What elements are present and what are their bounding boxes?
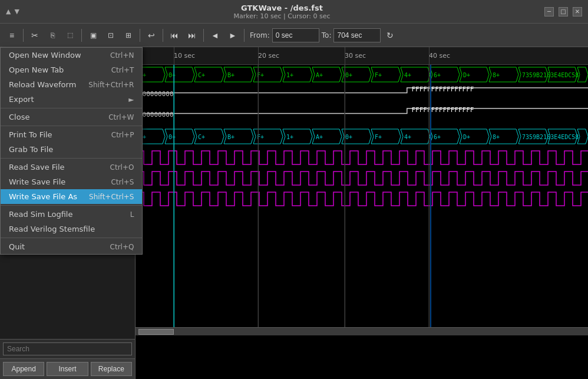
waveform-area: 10 sec 20 sec 30 sec 40 sec <box>136 47 588 379</box>
ruler-line-20 <box>258 47 259 64</box>
end-button[interactable]: ⏭ <box>184 27 200 44</box>
dd-sep-3 <box>1 158 142 159</box>
search-input[interactable] <box>3 342 132 355</box>
app-title: GTKWave - /des.fst <box>19 4 544 12</box>
ruler-tick-30: 30 sec <box>345 52 366 60</box>
h-scrollbar[interactable] <box>136 327 588 335</box>
app-subtitle: Marker: 10 sec | Cursor: 0 sec <box>19 12 544 20</box>
prev-button[interactable]: ◄ <box>207 27 223 44</box>
ruler-line-10 <box>174 47 174 64</box>
dd-open-new-tab[interactable]: Open New Tab Ctrl+T <box>1 62 142 77</box>
from-input[interactable] <box>272 28 319 42</box>
dd-write-save-file-as[interactable]: Write Save File As Shift+Ctrl+S <box>1 189 142 204</box>
begin-button[interactable]: ⏮ <box>166 27 183 44</box>
select-rect-button[interactable]: ▣ <box>85 27 101 44</box>
undo-button[interactable]: ↩ <box>143 27 160 44</box>
dd-print-to-file[interactable]: Print To File Ctrl+P <box>1 127 142 142</box>
wave-display <box>136 65 588 327</box>
grid-line-20 <box>258 65 259 327</box>
toolbar-separator <box>23 29 24 42</box>
refresh-button[interactable]: ↻ <box>383 28 397 42</box>
to-input[interactable] <box>333 28 381 42</box>
hamburger-button[interactable]: ≡ <box>4 27 20 44</box>
from-to-group: From: To: ↻ <box>250 28 397 42</box>
dd-export[interactable]: Export ► <box>1 92 142 107</box>
zoom-full-button[interactable]: ⊞ <box>120 27 137 44</box>
dd-close[interactable]: Close Ctrl+W <box>1 110 142 124</box>
search-bar <box>0 339 135 358</box>
dd-quit[interactable]: Quit Ctrl+Q <box>1 239 142 254</box>
maximize-button[interactable]: □ <box>559 7 568 17</box>
titlebar-center: GTKWave - /des.fst Marker: 10 sec | Curs… <box>19 4 544 20</box>
ruler-tick-20: 20 sec <box>258 52 279 60</box>
dd-sep-1 <box>1 108 142 108</box>
bottom-buttons: Append Insert Replace <box>0 358 135 379</box>
nav-up-icon[interactable]: ▲ <box>6 8 11 15</box>
cursor-line-cyan <box>174 65 174 327</box>
titlebar: ▲ ▼ GTKWave - /des.fst Marker: 10 sec | … <box>0 0 588 24</box>
ruler-line-40 <box>429 47 430 64</box>
grid-line-30 <box>345 65 345 327</box>
toolbar-separator-4 <box>163 29 163 42</box>
close-button[interactable]: ✕ <box>573 7 582 17</box>
replace-button[interactable]: Replace <box>91 362 132 376</box>
dd-grab-to-file[interactable]: Grab To File <box>1 142 142 157</box>
toolbar-separator-3 <box>140 29 140 42</box>
append-button[interactable]: Append <box>3 362 44 376</box>
next-button[interactable]: ► <box>224 27 241 44</box>
dd-sep-4 <box>1 205 142 206</box>
to-label: To: <box>322 31 332 39</box>
grid-line-40 <box>429 65 430 327</box>
dd-read-save-file[interactable]: Read Save File Ctrl+O <box>1 160 142 174</box>
dropdown-menu: Open New Window Ctrl+N Open New Tab Ctrl… <box>0 47 143 255</box>
titlebar-left: ▲ ▼ <box>6 8 19 15</box>
cut-button[interactable]: ✂ <box>27 27 43 44</box>
ruler-line-30 <box>345 47 345 64</box>
ruler-tick-10: 10 sec <box>174 52 195 60</box>
dd-write-save-file[interactable]: Write Save File Ctrl+S <box>1 174 142 189</box>
zoom-fit-button[interactable]: ⊡ <box>103 27 119 44</box>
waveform-canvas <box>136 65 588 327</box>
paste-button[interactable]: ⬚ <box>62 27 78 44</box>
dd-open-new-window[interactable]: Open New Window Ctrl+N <box>1 48 142 62</box>
toolbar-separator-2 <box>81 29 82 42</box>
insert-button[interactable]: Insert <box>47 362 88 376</box>
dd-read-verilog-stemsfile[interactable]: Read Verilog Stemsfile <box>1 222 142 236</box>
ruler-tick-40: 40 sec <box>429 52 450 60</box>
dd-sep-2 <box>1 126 142 126</box>
dd-reload-waveform[interactable]: Reload Waveform Shift+Ctrl+R <box>1 77 142 92</box>
dd-sep-5 <box>1 238 142 238</box>
copy-button[interactable]: ⎘ <box>44 27 61 44</box>
from-label: From: <box>250 31 270 39</box>
minimize-button[interactable]: ─ <box>544 7 554 17</box>
h-scroll-thumb[interactable] <box>138 329 174 335</box>
toolbar-separator-5 <box>203 29 204 42</box>
dd-read-sim-logfile[interactable]: Read Sim Logfile L <box>1 207 142 222</box>
nav-down-icon[interactable]: ▼ <box>14 8 19 15</box>
toolbar-separator-6 <box>244 29 245 42</box>
cursor-line-blue <box>430 65 431 327</box>
wave-ruler: 10 sec 20 sec 30 sec 40 sec <box>136 47 588 65</box>
toolbar: ≡ ✂ ⎘ ⬚ ▣ ⊡ ⊞ ↩ ⏮ ⏭ ◄ ► From: To: ↻ <box>0 24 588 47</box>
titlebar-right: ─ □ ✕ <box>544 7 582 17</box>
